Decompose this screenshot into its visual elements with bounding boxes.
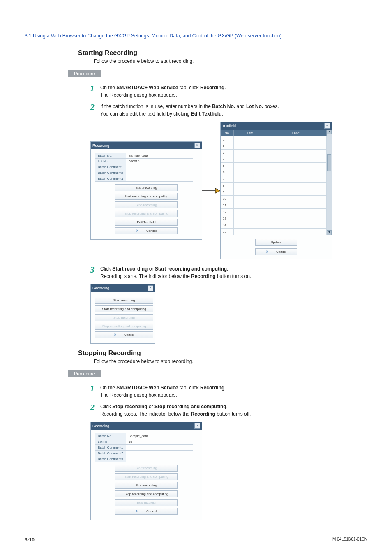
step-number: 2 bbox=[78, 103, 100, 112]
scroll-up-icon[interactable]: ▲ bbox=[327, 130, 332, 134]
stop-recording-computing-button: Stop recording and computing bbox=[95, 323, 153, 330]
section-intro-stop: Follow the procedure below to stop recor… bbox=[94, 358, 367, 364]
section-intro-start: Follow the procedure below to start reco… bbox=[94, 58, 367, 64]
page-number: 3-10 bbox=[25, 537, 35, 543]
table-row: 14 bbox=[221, 222, 327, 229]
scroll-down-icon[interactable]: ▼ bbox=[327, 230, 332, 235]
batch-comment2-input[interactable] bbox=[126, 170, 193, 176]
start-recording-computing-button[interactable]: Start recording and computing bbox=[115, 193, 178, 200]
start-recording-button: Start recording bbox=[115, 465, 178, 472]
dialog-title: Recording bbox=[92, 424, 109, 428]
step-body: On the SMARTDAC+ Web Service tab, click … bbox=[100, 84, 226, 99]
dialog-title: Recording bbox=[92, 143, 109, 148]
batch-comment1-input[interactable] bbox=[126, 445, 193, 451]
scroll-thumb[interactable] bbox=[327, 154, 331, 171]
step-number: 2 bbox=[78, 403, 100, 412]
table-row: 10 bbox=[221, 196, 327, 202]
batch-no-input[interactable]: Sample_data bbox=[126, 433, 193, 439]
batch-comment3-input[interactable] bbox=[126, 176, 193, 182]
batch-comment2-input[interactable] bbox=[126, 451, 193, 456]
table-row: 13 bbox=[221, 215, 327, 222]
table-row: 15 bbox=[221, 229, 327, 235]
start-recording-button[interactable]: Start recording bbox=[95, 297, 153, 304]
table-row: 8 bbox=[221, 183, 327, 189]
batch-form: Batch No.Sample_data Lot No.15 Batch Com… bbox=[95, 433, 193, 462]
textfield-table: No.TitleLabel 1 2 3 4 5 6 7 8 9 10 11 12… bbox=[221, 130, 327, 235]
stop-recording-button: Stop recording bbox=[95, 314, 153, 321]
section-title-stop: Stopping Recording bbox=[78, 349, 367, 357]
table-row: 9 bbox=[221, 189, 327, 196]
batch-form: Batch No.Sample_data Lot No.000015 Batch… bbox=[95, 153, 193, 182]
recording-dialog: Recording × Batch No.Sample_data Lot No.… bbox=[90, 141, 202, 240]
cancel-button[interactable]: Cancel bbox=[115, 508, 178, 515]
breadcrumb: 3.1 Using a Web Browser to Change the GX… bbox=[25, 33, 367, 40]
step-body: Click Stop recording or Stop recording a… bbox=[100, 403, 251, 418]
stop-recording-button[interactable]: Stop recording bbox=[115, 482, 178, 489]
procedure-label: Procedure bbox=[68, 70, 101, 77]
update-button[interactable]: Update bbox=[255, 239, 297, 246]
recording-dialog-small: Recording × Start recording Start record… bbox=[90, 284, 155, 344]
stop-recording-computing-button[interactable]: Stop recording and computing bbox=[115, 490, 178, 497]
step-body: On the SMARTDAC+ Web Service tab, click … bbox=[100, 384, 226, 399]
table-row: 4 bbox=[221, 156, 327, 163]
svg-marker-1 bbox=[215, 188, 220, 193]
table-row: 6 bbox=[221, 169, 327, 176]
cancel-button[interactable]: Cancel bbox=[115, 227, 178, 234]
scrollbar[interactable]: ▲ ▼ bbox=[327, 130, 332, 235]
table-row: 11 bbox=[221, 202, 327, 209]
close-icon[interactable]: × bbox=[194, 143, 200, 148]
page-footer: 3-10 IM 04L51B01-01EN bbox=[25, 535, 367, 543]
step-number: 1 bbox=[78, 384, 100, 393]
table-row: 12 bbox=[221, 209, 327, 215]
section-title-start: Starting Recording bbox=[78, 49, 367, 57]
stop-recording-computing-button: Stop recording and computing bbox=[115, 210, 178, 217]
doc-id: IM 04L51B01-01EN bbox=[331, 537, 367, 543]
dialog-title: Textfield bbox=[222, 124, 236, 128]
start-recording-button[interactable]: Start recording bbox=[115, 184, 178, 191]
table-row: 1 bbox=[221, 136, 327, 143]
step-number: 1 bbox=[78, 84, 100, 93]
edit-textfield-button: Edit Textfield bbox=[115, 499, 178, 506]
stop-recording-button: Stop recording bbox=[115, 201, 178, 208]
step-number: 3 bbox=[78, 265, 100, 274]
lot-no-input[interactable]: 000015 bbox=[126, 159, 193, 164]
batch-comment3-input[interactable] bbox=[126, 456, 193, 462]
table-row: 7 bbox=[221, 176, 327, 183]
textfield-dialog: Textfield × No.TitleLabel 1 2 3 4 5 6 7 … bbox=[220, 122, 332, 259]
recording-dialog-stop: Recording × Batch No.Sample_data Lot No.… bbox=[90, 422, 202, 520]
step-body: Click Start recording or Start recording… bbox=[100, 265, 251, 280]
table-row: 3 bbox=[221, 150, 327, 156]
edit-textfield-button[interactable]: Edit Textfield bbox=[115, 219, 178, 226]
procedure-label: Procedure bbox=[68, 370, 101, 377]
cancel-button[interactable]: Cancel bbox=[95, 331, 153, 338]
table-row: 5 bbox=[221, 163, 327, 169]
start-recording-computing-button: Start recording and computing bbox=[115, 473, 178, 480]
close-icon[interactable]: × bbox=[324, 123, 330, 129]
start-recording-computing-button[interactable]: Start recording and computing bbox=[95, 305, 153, 312]
step-body: If the batch function is in use, enter n… bbox=[100, 103, 279, 118]
batch-comment1-input[interactable] bbox=[126, 164, 193, 170]
lot-no-input[interactable]: 15 bbox=[126, 439, 193, 445]
arrow-icon bbox=[202, 187, 220, 195]
table-row: 2 bbox=[221, 143, 327, 150]
batch-no-input[interactable]: Sample_data bbox=[126, 153, 193, 159]
close-icon[interactable]: × bbox=[194, 423, 200, 429]
dialog-title: Recording bbox=[92, 286, 109, 290]
close-icon[interactable]: × bbox=[148, 285, 153, 291]
cancel-button[interactable]: Cancel bbox=[255, 248, 297, 255]
